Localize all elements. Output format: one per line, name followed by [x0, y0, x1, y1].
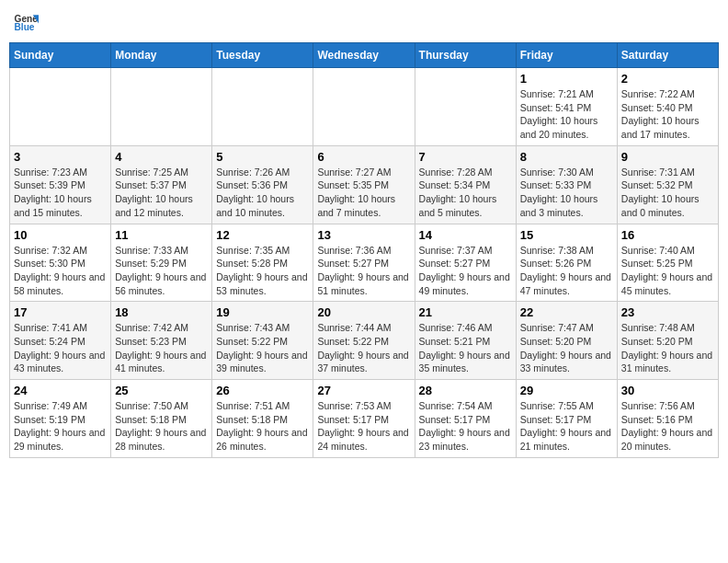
day-number: 11: [115, 228, 208, 242]
calendar-cell: 7Sunrise: 7:28 AMSunset: 5:34 PMDaylight…: [415, 145, 516, 224]
day-info: Sunrise: 7:26 AMSunset: 5:36 PMDaylight:…: [216, 166, 309, 220]
day-info: Sunrise: 7:43 AMSunset: 5:22 PMDaylight:…: [216, 321, 309, 375]
day-number: 9: [621, 150, 714, 164]
day-of-week-header: Tuesday: [212, 43, 313, 68]
calendar-cell: 20Sunrise: 7:44 AMSunset: 5:22 PMDayligh…: [313, 302, 415, 380]
calendar-cell: [313, 68, 415, 146]
calendar-cell: 30Sunrise: 7:56 AMSunset: 5:16 PMDayligh…: [617, 380, 718, 458]
calendar-cell: [111, 68, 212, 146]
day-info: Sunrise: 7:48 AMSunset: 5:20 PMDaylight:…: [621, 321, 714, 375]
day-info: Sunrise: 7:21 AMSunset: 5:41 PMDaylight:…: [520, 87, 613, 142]
day-of-week-header: Sunday: [10, 43, 111, 68]
calendar-cell: 21Sunrise: 7:46 AMSunset: 5:21 PMDayligh…: [415, 302, 516, 380]
calendar-cell: 25Sunrise: 7:50 AMSunset: 5:18 PMDayligh…: [111, 380, 212, 458]
day-of-week-header: Friday: [516, 43, 617, 68]
day-number: 6: [317, 150, 410, 164]
day-number: 21: [419, 305, 512, 319]
day-info: Sunrise: 7:51 AMSunset: 5:18 PMDaylight:…: [216, 399, 309, 454]
day-of-week-header: Saturday: [617, 43, 718, 68]
day-number: 23: [621, 305, 714, 319]
day-number: 22: [520, 305, 613, 319]
calendar-cell: 17Sunrise: 7:41 AMSunset: 5:24 PMDayligh…: [10, 302, 111, 380]
day-number: 29: [520, 384, 613, 397]
day-number: 8: [520, 150, 613, 164]
day-number: 15: [520, 228, 613, 242]
day-number: 26: [216, 384, 309, 397]
day-number: 13: [317, 228, 410, 242]
calendar-cell: 18Sunrise: 7:42 AMSunset: 5:23 PMDayligh…: [111, 302, 212, 380]
svg-text:Blue: Blue: [15, 22, 35, 32]
calendar-header-row: SundayMondayTuesdayWednesdayThursdayFrid…: [10, 43, 719, 68]
day-number: 3: [14, 150, 107, 164]
day-info: Sunrise: 7:42 AMSunset: 5:23 PMDaylight:…: [115, 321, 208, 375]
calendar-body: 1Sunrise: 7:21 AMSunset: 5:41 PMDaylight…: [10, 68, 719, 458]
calendar-week-row: 1Sunrise: 7:21 AMSunset: 5:41 PMDaylight…: [10, 68, 719, 146]
day-info: Sunrise: 7:25 AMSunset: 5:37 PMDaylight:…: [115, 166, 208, 220]
calendar-week-row: 10Sunrise: 7:32 AMSunset: 5:30 PMDayligh…: [10, 224, 719, 302]
calendar-cell: 26Sunrise: 7:51 AMSunset: 5:18 PMDayligh…: [212, 380, 313, 458]
day-number: 2: [621, 72, 714, 86]
calendar-cell: 29Sunrise: 7:55 AMSunset: 5:17 PMDayligh…: [516, 380, 617, 458]
day-number: 20: [317, 305, 410, 319]
day-number: 14: [419, 228, 512, 242]
day-info: Sunrise: 7:36 AMSunset: 5:27 PMDaylight:…: [317, 244, 410, 298]
calendar-cell: 1Sunrise: 7:21 AMSunset: 5:41 PMDaylight…: [516, 68, 617, 146]
day-number: 24: [14, 384, 107, 397]
day-info: Sunrise: 7:23 AMSunset: 5:39 PMDaylight:…: [14, 166, 107, 220]
logo: General Blue: [13, 9, 42, 35]
day-number: 4: [115, 150, 208, 164]
day-number: 25: [115, 384, 208, 397]
calendar-cell: 27Sunrise: 7:53 AMSunset: 5:17 PMDayligh…: [313, 380, 415, 458]
calendar-week-row: 24Sunrise: 7:49 AMSunset: 5:19 PMDayligh…: [10, 380, 719, 458]
day-info: Sunrise: 7:27 AMSunset: 5:35 PMDaylight:…: [317, 166, 410, 220]
page-header: General Blue: [9, 9, 719, 35]
calendar-cell: 5Sunrise: 7:26 AMSunset: 5:36 PMDaylight…: [212, 145, 313, 224]
day-number: 12: [216, 228, 309, 242]
day-info: Sunrise: 7:55 AMSunset: 5:17 PMDaylight:…: [520, 399, 613, 454]
calendar-cell: 9Sunrise: 7:31 AMSunset: 5:32 PMDaylight…: [617, 145, 718, 224]
calendar-cell: 15Sunrise: 7:38 AMSunset: 5:26 PMDayligh…: [516, 224, 617, 302]
day-number: 16: [621, 228, 714, 242]
calendar-cell: [10, 68, 111, 146]
day-info: Sunrise: 7:32 AMSunset: 5:30 PMDaylight:…: [14, 244, 107, 298]
calendar-cell: 8Sunrise: 7:30 AMSunset: 5:33 PMDaylight…: [516, 145, 617, 224]
day-number: 7: [419, 150, 512, 164]
calendar-cell: 23Sunrise: 7:48 AMSunset: 5:20 PMDayligh…: [617, 302, 718, 380]
day-number: 17: [14, 305, 107, 319]
calendar-cell: 12Sunrise: 7:35 AMSunset: 5:28 PMDayligh…: [212, 224, 313, 302]
day-number: 18: [115, 305, 208, 319]
day-info: Sunrise: 7:22 AMSunset: 5:40 PMDaylight:…: [621, 87, 714, 142]
day-info: Sunrise: 7:47 AMSunset: 5:20 PMDaylight:…: [520, 321, 613, 375]
calendar-cell: 4Sunrise: 7:25 AMSunset: 5:37 PMDaylight…: [111, 145, 212, 224]
day-of-week-header: Thursday: [415, 43, 516, 68]
calendar-cell: 10Sunrise: 7:32 AMSunset: 5:30 PMDayligh…: [10, 224, 111, 302]
day-number: 19: [216, 305, 309, 319]
calendar-cell: 16Sunrise: 7:40 AMSunset: 5:25 PMDayligh…: [617, 224, 718, 302]
day-info: Sunrise: 7:54 AMSunset: 5:17 PMDaylight:…: [419, 399, 512, 454]
day-number: 5: [216, 150, 309, 164]
day-of-week-header: Wednesday: [313, 43, 415, 68]
calendar-cell: 11Sunrise: 7:33 AMSunset: 5:29 PMDayligh…: [111, 224, 212, 302]
calendar-week-row: 3Sunrise: 7:23 AMSunset: 5:39 PMDaylight…: [10, 145, 719, 224]
day-info: Sunrise: 7:38 AMSunset: 5:26 PMDaylight:…: [520, 244, 613, 298]
day-of-week-header: Monday: [111, 43, 212, 68]
calendar-cell: 14Sunrise: 7:37 AMSunset: 5:27 PMDayligh…: [415, 224, 516, 302]
calendar-cell: 3Sunrise: 7:23 AMSunset: 5:39 PMDaylight…: [10, 145, 111, 224]
day-info: Sunrise: 7:49 AMSunset: 5:19 PMDaylight:…: [14, 399, 107, 454]
day-info: Sunrise: 7:50 AMSunset: 5:18 PMDaylight:…: [115, 399, 208, 454]
day-info: Sunrise: 7:30 AMSunset: 5:33 PMDaylight:…: [520, 166, 613, 220]
calendar-cell: 22Sunrise: 7:47 AMSunset: 5:20 PMDayligh…: [516, 302, 617, 380]
calendar-cell: 19Sunrise: 7:43 AMSunset: 5:22 PMDayligh…: [212, 302, 313, 380]
calendar-cell: 24Sunrise: 7:49 AMSunset: 5:19 PMDayligh…: [10, 380, 111, 458]
calendar-cell: 28Sunrise: 7:54 AMSunset: 5:17 PMDayligh…: [415, 380, 516, 458]
day-info: Sunrise: 7:41 AMSunset: 5:24 PMDaylight:…: [14, 321, 107, 375]
day-number: 27: [317, 384, 410, 397]
day-info: Sunrise: 7:56 AMSunset: 5:16 PMDaylight:…: [621, 399, 714, 454]
calendar-week-row: 17Sunrise: 7:41 AMSunset: 5:24 PMDayligh…: [10, 302, 719, 380]
calendar-cell: [415, 68, 516, 146]
day-number: 30: [621, 384, 714, 397]
day-number: 28: [419, 384, 512, 397]
day-info: Sunrise: 7:35 AMSunset: 5:28 PMDaylight:…: [216, 244, 309, 298]
calendar-cell: [212, 68, 313, 146]
calendar-cell: 2Sunrise: 7:22 AMSunset: 5:40 PMDaylight…: [617, 68, 718, 146]
